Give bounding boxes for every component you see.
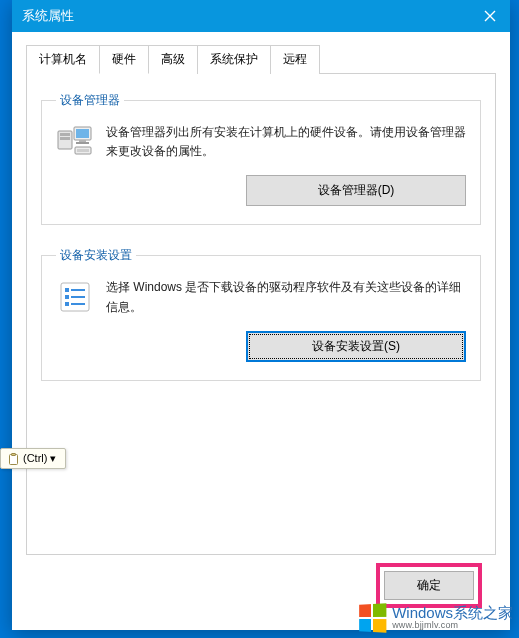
ctrl-paste-tooltip[interactable]: (Ctrl) ▾ (0, 448, 66, 469)
device-manager-desc: 设备管理器列出所有安装在计算机上的硬件设备。请使用设备管理器来更改设备的属性。 (106, 123, 466, 161)
ok-highlight-annotation: 确定 (376, 563, 482, 608)
svg-rect-10 (65, 288, 69, 292)
device-manager-group: 设备管理器 (41, 92, 481, 225)
svg-rect-5 (79, 140, 86, 142)
ok-button[interactable]: 确定 (384, 571, 474, 600)
device-install-settings-button[interactable]: 设备安装设置(S) (246, 331, 466, 362)
close-icon (484, 10, 496, 22)
device-manager-icon (56, 123, 94, 161)
ctrl-tooltip-label: (Ctrl) ▾ (23, 452, 57, 465)
svg-rect-14 (65, 302, 69, 306)
tab-system-protection[interactable]: 系统保护 (197, 45, 271, 74)
tab-strip: 计算机名 硬件 高级 系统保护 远程 (26, 44, 496, 74)
svg-rect-15 (71, 303, 85, 305)
watermark-main: Windows系统之家 (392, 605, 513, 621)
tab-remote[interactable]: 远程 (270, 45, 320, 74)
svg-rect-17 (11, 453, 15, 455)
device-install-legend: 设备安装设置 (56, 247, 136, 264)
device-manager-legend: 设备管理器 (56, 92, 124, 109)
device-install-desc: 选择 Windows 是否下载设备的驱动程序软件及有关这些设备的详细信息。 (106, 278, 466, 316)
svg-rect-2 (60, 137, 70, 140)
svg-rect-1 (60, 133, 70, 136)
svg-rect-4 (76, 129, 89, 138)
tab-computer-name[interactable]: 计算机名 (26, 45, 100, 74)
device-install-group: 设备安装设置 选择 Windows 是否下载设备的驱动程 (41, 247, 481, 380)
svg-rect-6 (76, 142, 89, 144)
tab-advanced[interactable]: 高级 (148, 45, 198, 74)
device-manager-button[interactable]: 设备管理器(D) (246, 175, 466, 206)
device-install-icon (56, 278, 94, 316)
watermark-sub: www.bjjmlv.com (392, 621, 513, 630)
system-properties-dialog: 系统属性 计算机名 硬件 高级 系统保护 远程 设备管理器 (12, 0, 510, 630)
titlebar[interactable]: 系统属性 (12, 0, 510, 32)
svg-rect-11 (71, 289, 85, 291)
close-button[interactable] (470, 0, 510, 32)
windows-logo-icon (359, 603, 386, 633)
tab-hardware[interactable]: 硬件 (99, 45, 149, 74)
clipboard-icon (7, 453, 19, 465)
svg-rect-8 (77, 149, 89, 152)
svg-rect-12 (65, 295, 69, 299)
svg-rect-13 (71, 296, 85, 298)
dialog-content: 计算机名 硬件 高级 系统保护 远程 设备管理器 (12, 32, 510, 630)
window-title: 系统属性 (22, 7, 470, 25)
watermark: Windows系统之家 www.bjjmlv.com (358, 604, 513, 632)
tab-panel-hardware: 设备管理器 (26, 74, 496, 555)
